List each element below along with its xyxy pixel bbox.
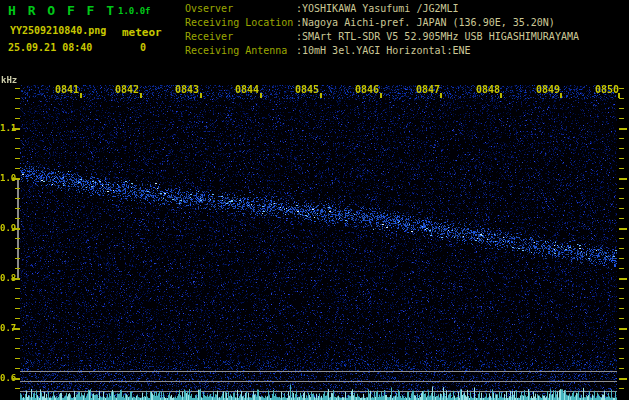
axis-tick [15, 358, 20, 359]
axis-tick [15, 158, 20, 159]
axis-tick [619, 328, 627, 330]
time-label-0849: 0849 [536, 84, 560, 95]
info-label: Receiving Location [185, 16, 296, 30]
axis-tick [619, 168, 624, 169]
axis-tick [15, 298, 20, 299]
time-label-0847: 0847 [416, 84, 440, 95]
axis-tick [619, 318, 624, 319]
info-label: Receiving Antenna [185, 44, 296, 58]
axis-tick [619, 98, 624, 99]
axis-tick [619, 248, 624, 249]
info-value: :Nagoya Aichi-pref. JAPAN (136.90E, 35.2… [296, 17, 555, 28]
axis-tick [619, 258, 624, 259]
axis-tick [619, 178, 627, 180]
axis-tick [15, 218, 20, 219]
axis-tick [200, 93, 202, 98]
axis-tick [500, 93, 502, 98]
axis-tick [619, 208, 624, 209]
axis-tick [619, 338, 624, 339]
time-label-0846: 0846 [355, 84, 379, 95]
info-row-location: Receiving Location:Nagoya Aichi-pref. JA… [185, 16, 579, 30]
axis-tick [619, 238, 624, 239]
axis-tick [15, 258, 20, 259]
axis-tick [12, 128, 20, 130]
time-label-0842: 0842 [115, 84, 139, 95]
info-label: Ovserver [185, 2, 296, 16]
spectrogram-plot [20, 85, 617, 400]
axis-tick [619, 228, 627, 230]
axis-tick [260, 93, 262, 98]
axis-tick [12, 328, 20, 330]
axis-tick [15, 88, 20, 89]
axis-tick [15, 118, 20, 119]
axis-tick [12, 178, 20, 180]
axis-tick [560, 93, 562, 98]
time-label-0841: 0841 [55, 84, 79, 95]
axis-tick [619, 348, 624, 349]
axis-tick [619, 198, 624, 199]
time-label-0848: 0848 [476, 84, 500, 95]
axis-tick [619, 298, 624, 299]
axis-tick [12, 228, 20, 230]
axis-tick [619, 108, 624, 109]
axis-tick [618, 93, 620, 98]
axis-tick [619, 358, 624, 359]
axis-tick [15, 198, 20, 199]
info-row-antenna: Receiving Antenna:10mH 3el.YAGI Horizont… [185, 44, 579, 58]
axis-tick [140, 93, 142, 98]
hrofft-window: H R O F F T 1.0.0f YY2509210840.png mete… [0, 0, 629, 400]
axis-tick [15, 348, 20, 349]
axis-tick [619, 158, 624, 159]
axis-tick [619, 138, 624, 139]
axis-tick [15, 238, 20, 239]
axis-tick [440, 93, 442, 98]
axis-tick [619, 88, 624, 89]
axis-tick [15, 388, 20, 389]
axis-tick [15, 308, 20, 309]
axis-tick [619, 218, 624, 219]
axis-tick [15, 138, 20, 139]
axis-tick [380, 93, 382, 98]
axis-tick [15, 338, 20, 339]
axis-tick [619, 388, 624, 389]
time-label-0844: 0844 [235, 84, 259, 95]
info-value: :YOSHIKAWA Yasufumi /JG2MLI [296, 3, 459, 14]
app-version: 1.0.0f [118, 6, 151, 16]
axis-tick [15, 208, 20, 209]
axis-tick [15, 108, 20, 109]
meteor-count: 0 [140, 42, 146, 53]
time-label-0845: 0845 [295, 84, 319, 95]
info-row-receiver: Receiver:SMArt RTL-SDR V5 52.905MHz USB … [185, 30, 579, 44]
axis-tick [619, 188, 624, 189]
observation-datetime: 25.09.21 08:40 [8, 42, 92, 53]
axis-tick [619, 308, 624, 309]
time-label-0850: 0850 [595, 84, 619, 95]
observer-info-block: Ovserver:YOSHIKAWA Yasufumi /JG2MLI Rece… [185, 2, 579, 58]
axis-tick [15, 98, 20, 99]
axis-tick [15, 168, 20, 169]
axis-tick [12, 278, 20, 280]
axis-tick [15, 268, 20, 269]
axis-tick [619, 268, 624, 269]
axis-tick [619, 148, 624, 149]
output-filename: YY2509210840.png [10, 25, 106, 36]
axis-tick [15, 368, 20, 369]
axis-tick [15, 248, 20, 249]
axis-tick [619, 288, 624, 289]
axis-tick [80, 93, 82, 98]
axis-tick [15, 188, 20, 189]
mode-label: meteor [122, 26, 162, 39]
info-value: :10mH 3el.YAGI Horizontal:ENE [296, 45, 471, 56]
axis-tick [619, 368, 624, 369]
info-label: Receiver [185, 30, 296, 44]
axis-tick [15, 318, 20, 319]
info-row-observer: Ovserver:YOSHIKAWA Yasufumi /JG2MLI [185, 2, 579, 16]
freq-axis-unit: kHz [1, 75, 17, 85]
axis-tick [15, 288, 20, 289]
axis-tick [619, 378, 627, 380]
axis-tick [12, 378, 20, 380]
axis-tick [619, 128, 627, 130]
axis-tick [15, 148, 20, 149]
time-label-0843: 0843 [175, 84, 199, 95]
axis-tick [619, 278, 627, 280]
